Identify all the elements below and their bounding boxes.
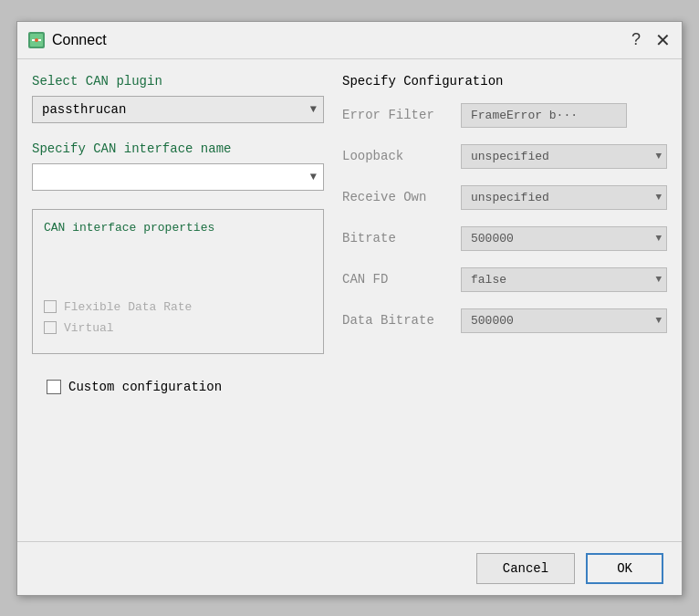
properties-box: CAN interface properties Flexible Data R… bbox=[32, 209, 324, 354]
data-bitrate-select[interactable]: 500000 250000 125000 1000000 bbox=[461, 308, 667, 333]
dialog-title: Connect bbox=[52, 32, 107, 48]
can-fd-wrapper: false true ▼ bbox=[461, 267, 667, 292]
can-fd-row: CAN FD false true ▼ bbox=[342, 267, 667, 292]
flexible-data-rate-checkbox[interactable] bbox=[44, 300, 57, 313]
plugin-label: Select CAN plugin bbox=[32, 74, 324, 89]
ok-button[interactable]: OK bbox=[586, 553, 663, 584]
can-fd-label: CAN FD bbox=[342, 272, 461, 287]
data-bitrate-label: Data Bitrate bbox=[342, 313, 461, 328]
loopback-wrapper: unspecified true false ▼ bbox=[461, 144, 667, 169]
error-filter-row: Error Filter bbox=[342, 103, 667, 128]
bitrate-row: Bitrate 500000 250000 125000 1000000 ▼ bbox=[342, 226, 667, 251]
receive-own-label: Receive Own bbox=[342, 190, 461, 204]
left-panel: Select CAN plugin passthrucan ▼ Specify … bbox=[32, 74, 324, 527]
close-button[interactable]: ✕ bbox=[655, 29, 671, 51]
receive-own-wrapper: unspecified true false ▼ bbox=[461, 185, 667, 210]
custom-config-row: Custom configuration bbox=[32, 369, 324, 405]
right-panel: Specify Configuration Error Filter Loopb… bbox=[342, 74, 667, 527]
connect-icon bbox=[28, 32, 45, 48]
interface-name-label: Specify CAN interface name bbox=[32, 141, 324, 156]
custom-config-label: Custom configuration bbox=[68, 380, 222, 394]
flexible-data-rate-row: Flexible Data Rate bbox=[44, 300, 312, 314]
loopback-label: Loopback bbox=[342, 149, 461, 163]
error-filter-wrapper bbox=[461, 103, 667, 128]
properties-label: CAN interface properties bbox=[44, 221, 312, 235]
title-bar: Connect ? ✕ bbox=[17, 22, 682, 59]
bitrate-select[interactable]: 500000 250000 125000 1000000 bbox=[461, 226, 667, 251]
bitrate-label: Bitrate bbox=[342, 231, 461, 245]
dialog-body: Select CAN plugin passthrucan ▼ Specify … bbox=[17, 59, 682, 541]
can-fd-select[interactable]: false true bbox=[461, 267, 667, 292]
plugin-select[interactable]: passthrucan bbox=[32, 96, 324, 123]
receive-own-select[interactable]: unspecified true false bbox=[461, 185, 667, 210]
interface-name-wrapper: ▼ bbox=[32, 163, 324, 191]
custom-config-checkbox[interactable] bbox=[47, 380, 61, 394]
help-button[interactable]: ? bbox=[631, 30, 641, 49]
data-bitrate-wrapper: 500000 250000 125000 1000000 ▼ bbox=[461, 308, 667, 333]
loopback-select[interactable]: unspecified true false bbox=[461, 144, 667, 169]
data-bitrate-row: Data Bitrate 500000 250000 125000 100000… bbox=[342, 308, 667, 333]
title-left: Connect bbox=[28, 32, 107, 48]
flexible-data-rate-label: Flexible Data Rate bbox=[64, 300, 192, 314]
connect-dialog: Connect ? ✕ Select CAN plugin passthruca… bbox=[16, 21, 683, 596]
virtual-label: Virtual bbox=[64, 321, 114, 335]
svg-point-4 bbox=[35, 38, 38, 42]
interface-name-input[interactable] bbox=[32, 163, 324, 191]
loopback-row: Loopback unspecified true false ▼ bbox=[342, 144, 667, 169]
virtual-row: Virtual bbox=[44, 321, 312, 335]
error-filter-label: Error Filter bbox=[342, 108, 461, 122]
bitrate-wrapper: 500000 250000 125000 1000000 ▼ bbox=[461, 226, 667, 251]
title-controls: ? ✕ bbox=[631, 29, 671, 51]
receive-own-row: Receive Own unspecified true false ▼ bbox=[342, 185, 667, 210]
virtual-checkbox[interactable] bbox=[44, 321, 57, 334]
plugin-select-wrapper: passthrucan ▼ bbox=[32, 96, 324, 123]
error-filter-input bbox=[461, 103, 627, 128]
dialog-footer: Cancel OK bbox=[17, 541, 682, 595]
specify-config-title: Specify Configuration bbox=[342, 74, 667, 89]
cancel-button[interactable]: Cancel bbox=[476, 553, 575, 584]
